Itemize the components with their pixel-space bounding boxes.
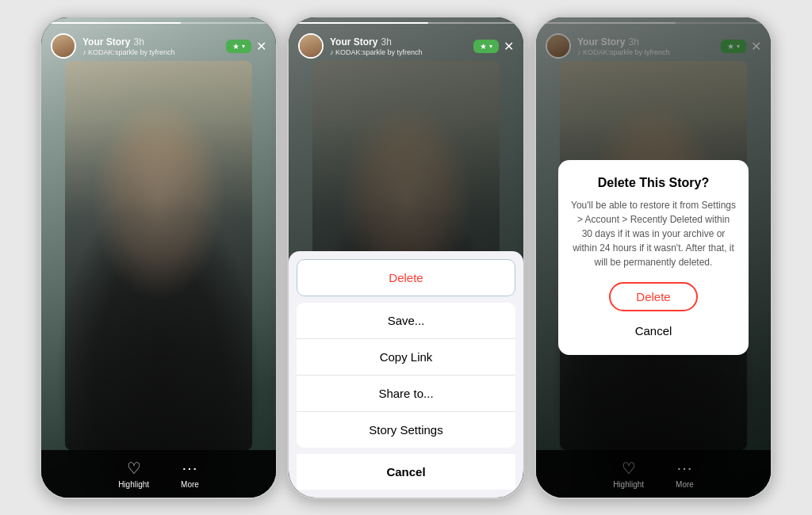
highlight-button[interactable]: ♡ Highlight <box>118 459 149 489</box>
story-header: Your Story 3h ♪ KODAK:sparkle by tyfrenc… <box>289 17 523 68</box>
action-items-group: Save... Copy Link Share to... Story Sett… <box>297 303 515 448</box>
story-header: Your Story 3h ♪ KODAK:sparkle by tyfrenc… <box>41 17 276 68</box>
delete-action-item[interactable]: Delete <box>297 259 515 296</box>
header-content: Your Story 3h ♪ KODAK:sparkle by tyfrenc… <box>298 33 514 59</box>
heart-icon: ♡ <box>127 459 141 478</box>
cancel-action-item[interactable]: Cancel <box>297 454 515 490</box>
progress-bar <box>48 22 270 24</box>
story-title: Your Story 3h <box>330 36 473 48</box>
story-music: ♪ KODAK:sparkle by tyfrench <box>330 48 473 56</box>
avatar-image <box>300 35 322 57</box>
phone-2: Your Story 3h ♪ KODAK:sparkle by tyfrenc… <box>287 16 525 499</box>
close-button[interactable]: ✕ <box>256 39 266 54</box>
more-button[interactable]: ⋯ More <box>181 459 199 489</box>
save-action-item[interactable]: Save... <box>297 303 515 339</box>
story-bottom-bar: ♡ Highlight ⋯ More <box>41 450 276 498</box>
dialog-body: You'll be able to restore it from Settin… <box>571 198 736 269</box>
story-title: Your Story 3h <box>82 36 226 48</box>
story-actions: ★ ▾ ✕ <box>473 39 514 54</box>
story-music: ♪ KODAK:sparkle by tyfrench <box>82 48 226 56</box>
avatar-image <box>52 35 75 57</box>
progress-bar <box>295 22 517 24</box>
progress-fill <box>295 22 428 24</box>
story-info: Your Story 3h ♪ KODAK:sparkle by tyfrenc… <box>82 36 226 56</box>
action-sheet: Delete Save... Copy Link Share to... Sto… <box>289 251 523 498</box>
star-icon: ★ <box>232 42 239 51</box>
phone-3: Your Story 3h ♪ KODAK:sparkle by tyfrenc… <box>534 16 772 499</box>
dialog-cancel-button[interactable]: Cancel <box>571 319 736 342</box>
share-action-item[interactable]: Share to... <box>297 376 515 412</box>
star-icon: ★ <box>480 42 487 51</box>
header-content: Your Story 3h ♪ KODAK:sparkle by tyfrenc… <box>51 33 266 59</box>
avatar[interactable] <box>51 33 76 59</box>
delete-dialog: Delete This Story? You'll be able to res… <box>558 160 749 355</box>
phone-1: Your Story 3h ♪ KODAK:sparkle by tyfrenc… <box>40 16 278 499</box>
chevron-down-icon: ▾ <box>489 43 492 50</box>
dialog-delete-button[interactable]: Delete <box>609 282 697 311</box>
copy-link-action-item[interactable]: Copy Link <box>297 339 515 376</box>
dialog-title: Delete This Story? <box>571 176 736 190</box>
chevron-down-icon: ▾ <box>242 43 245 50</box>
more-dots-icon: ⋯ <box>182 459 197 478</box>
photo-overlay <box>65 61 252 450</box>
boost-button[interactable]: ★ ▾ <box>226 40 251 53</box>
progress-fill <box>48 22 181 24</box>
avatar[interactable] <box>298 33 324 59</box>
close-button[interactable]: ✕ <box>504 39 514 54</box>
story-info: Your Story 3h ♪ KODAK:sparkle by tyfrenc… <box>330 36 473 56</box>
story-settings-action-item[interactable]: Story Settings <box>297 412 515 448</box>
boost-button[interactable]: ★ ▾ <box>473 40 499 53</box>
story-actions: ★ ▾ ✕ <box>226 39 266 54</box>
